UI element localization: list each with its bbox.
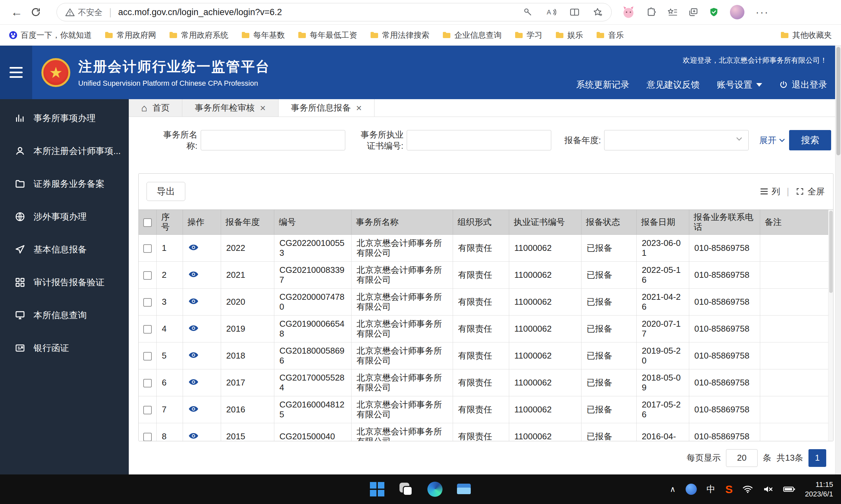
- row-checkbox[interactable]: [143, 244, 152, 253]
- row-checkbox[interactable]: [143, 298, 152, 307]
- tab-info-report[interactable]: 事务所信息报备 ×: [279, 99, 375, 116]
- nav-update-log[interactable]: 系统更新记录: [576, 79, 629, 91]
- export-button[interactable]: 导出: [146, 182, 185, 201]
- table-row: 3 2020 CG202000074780 北京京懋会计师事务所有限公司 有限责…: [139, 288, 833, 315]
- cat-extension-icon[interactable]: [621, 5, 635, 19]
- back-button[interactable]: ←: [7, 5, 26, 19]
- cell-action: [183, 369, 221, 396]
- view-eye-icon[interactable]: [188, 325, 199, 331]
- refresh-button[interactable]: [26, 7, 45, 17]
- view-eye-icon[interactable]: [188, 352, 199, 359]
- sidebar-item-bank-confirmation[interactable]: 银行函证: [0, 331, 129, 364]
- select-all-checkbox[interactable]: [143, 218, 152, 227]
- scrollbar-thumb[interactable]: [836, 47, 840, 155]
- close-icon[interactable]: ×: [356, 103, 362, 114]
- view-eye-icon[interactable]: [188, 432, 199, 439]
- row-checkbox[interactable]: [143, 433, 152, 441]
- bookmark-item[interactable]: 常用法律搜索: [370, 30, 430, 40]
- security-warning[interactable]: 不安全: [65, 7, 103, 18]
- browser-menu-icon[interactable]: ···: [756, 6, 769, 18]
- add-favorite-icon[interactable]: [593, 7, 603, 17]
- row-checkbox[interactable]: [143, 271, 152, 280]
- extensions-puzzle-icon[interactable]: [647, 7, 656, 17]
- per-page-input[interactable]: [726, 449, 757, 467]
- view-eye-icon[interactable]: [188, 298, 199, 305]
- other-favorites-label: 其他收藏夹: [792, 30, 832, 40]
- table-scrollbar[interactable]: [828, 210, 833, 441]
- row-checkbox[interactable]: [143, 325, 152, 334]
- scrollbar-thumb[interactable]: [829, 211, 833, 293]
- bookmark-item[interactable]: 娱乐: [556, 30, 583, 40]
- view-eye-icon[interactable]: [188, 379, 199, 385]
- battery-icon[interactable]: [783, 486, 795, 493]
- header-row: 序号 操作 报备年度 编号 事务所名称 组织形式 执业证书编号 报备状态 报备日…: [139, 210, 833, 234]
- sogou-icon[interactable]: S: [725, 483, 733, 496]
- search-button[interactable]: 搜索: [789, 130, 831, 150]
- start-button[interactable]: [369, 481, 385, 497]
- license-no-input[interactable]: [407, 130, 551, 150]
- cell-remark: [760, 396, 833, 423]
- cell-no: 7: [156, 396, 183, 423]
- view-eye-icon[interactable]: [188, 244, 199, 251]
- sidebar-item-cpa-matters[interactable]: 本所注册会计师事项...: [0, 134, 129, 167]
- ime-indicator[interactable]: 中: [707, 483, 716, 495]
- sidebar-item-basic-info-report[interactable]: 基本信息报备: [0, 233, 129, 266]
- bookmark-item[interactable]: 常用政府网: [105, 30, 156, 40]
- filter-bar: 事务所名称: 事务所执业证书编号: 报备年度: 展开 搜索: [129, 117, 841, 173]
- address-bar[interactable]: 不安全 | acc.mof.gov.cn/login_achieve/login…: [56, 3, 612, 21]
- row-checkbox[interactable]: [143, 352, 152, 361]
- globe-icon: [15, 212, 25, 222]
- sidebar-toggle-button[interactable]: [0, 46, 32, 99]
- task-view-button[interactable]: [398, 481, 414, 497]
- favorites-bar-icon[interactable]: [668, 8, 678, 16]
- bookmark-item[interactable]: 常用政府系统: [169, 30, 228, 40]
- report-year-select[interactable]: [604, 130, 749, 150]
- tab-home[interactable]: ⌂ 首页: [129, 99, 182, 116]
- welcome-text: 欢迎登录，北京京懋会计师事务所有限公司！: [683, 55, 827, 65]
- profile-avatar[interactable]: [730, 5, 744, 19]
- sidebar-item-firm-matters[interactable]: 事务所事项办理: [0, 102, 129, 134]
- columns-option[interactable]: 列: [760, 186, 780, 197]
- page-scrollbar[interactable]: [835, 46, 841, 474]
- wifi-icon[interactable]: [742, 485, 753, 493]
- tab-annual-check[interactable]: 事务所年检审核 ×: [182, 99, 279, 116]
- password-key-icon[interactable]: [523, 7, 532, 17]
- bookmark-item[interactable]: 每年最低工资: [298, 30, 357, 40]
- hidden-icons-chevron[interactable]: ∧: [670, 485, 676, 494]
- view-eye-icon[interactable]: [188, 406, 199, 412]
- sidebar-item-securities-filing[interactable]: 证券服务业务备案: [0, 167, 129, 200]
- sidebar-item-audit-report-verify[interactable]: 审计报告报备验证: [0, 266, 129, 299]
- other-favorites[interactable]: 其他收藏夹: [781, 30, 832, 40]
- sidebar-item-firm-info-query[interactable]: 本所信息查询: [0, 299, 129, 331]
- fullscreen-option[interactable]: 全屏: [796, 186, 825, 197]
- file-explorer-button[interactable]: [456, 481, 472, 497]
- page-1-button[interactable]: 1: [808, 449, 826, 467]
- bookmark-item[interactable]: 企业信息查询: [442, 30, 502, 40]
- columns-icon: [760, 188, 768, 195]
- sidebar-item-label: 本所信息查询: [34, 309, 87, 321]
- collections-icon[interactable]: [688, 8, 698, 16]
- firm-name-input[interactable]: [201, 130, 345, 150]
- nav-feedback[interactable]: 意见建议反馈: [647, 79, 700, 91]
- nav-logout[interactable]: 退出登录: [779, 79, 827, 91]
- expand-link[interactable]: 展开: [759, 134, 785, 146]
- bookmark-item[interactable]: 每年基数: [242, 30, 285, 40]
- tray-app-icon[interactable]: [686, 484, 697, 495]
- row-checkbox[interactable]: [143, 379, 152, 388]
- bookmark-label: 学习: [527, 30, 542, 40]
- taskbar-clock[interactable]: 11:15 2023/6/1: [805, 480, 833, 499]
- shield-check-icon[interactable]: [709, 7, 719, 17]
- bookmark-item[interactable]: 学习: [515, 30, 542, 40]
- bookmark-item[interactable]: 百度一下，你就知道: [9, 30, 92, 40]
- row-checkbox[interactable]: [143, 406, 152, 414]
- read-aloud-icon[interactable]: A: [546, 8, 556, 16]
- cell-status: 已报备: [581, 315, 636, 342]
- volume-muted-icon[interactable]: [763, 485, 773, 493]
- split-screen-icon[interactable]: [570, 8, 579, 16]
- nav-account-settings[interactable]: 账号设置: [717, 79, 762, 91]
- sidebar-item-foreign-matters[interactable]: 涉外事项办理: [0, 200, 129, 233]
- close-icon[interactable]: ×: [260, 103, 266, 114]
- bookmark-item[interactable]: 音乐: [596, 30, 624, 40]
- view-eye-icon[interactable]: [188, 271, 199, 278]
- edge-taskbar-button[interactable]: [427, 481, 443, 497]
